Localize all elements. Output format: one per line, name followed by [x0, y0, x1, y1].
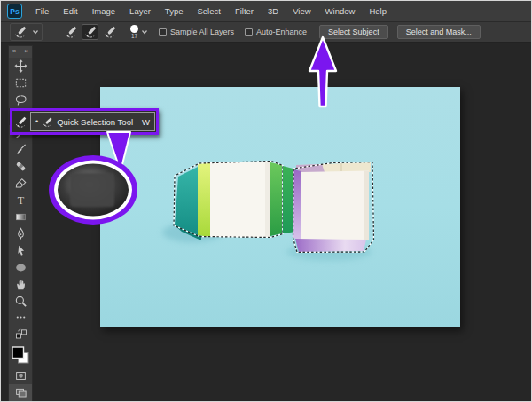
brush-size-value: 17 [131, 34, 137, 40]
tool-shortcut-label: W [137, 117, 150, 127]
select-and-mask-button[interactable]: Select and Mask... [397, 25, 481, 39]
options-bar: 17 Sample All Layers Auto-Enhance Select… [1, 22, 532, 43]
tool-preset-picker[interactable] [10, 23, 43, 41]
tool-name-label: Quick Selection Tool [57, 117, 133, 127]
brush-preview-dot [130, 25, 138, 33]
tool-quick-mask-mode[interactable] [9, 367, 32, 384]
auto-enhance-option[interactable]: Auto-Enhance [245, 28, 307, 36]
menu-filter[interactable]: Filter [228, 1, 261, 22]
tools-panel-header: » × [9, 46, 32, 58]
tool-move[interactable] [9, 58, 32, 75]
menu-help[interactable]: Help [362, 1, 394, 22]
direct-selection-icon [14, 244, 27, 257]
spot-healing-brush-icon [14, 160, 27, 173]
quick-selection-icon [14, 115, 27, 129]
chevron-down-icon [32, 28, 39, 35]
lasso-icon [14, 93, 27, 106]
menu-3d[interactable]: 3D [261, 1, 286, 22]
left-notepad [174, 162, 283, 241]
pen-icon [14, 227, 27, 240]
new-selection-button[interactable] [62, 24, 79, 40]
sample-all-layers-checkbox[interactable] [159, 28, 167, 36]
sample-all-layers-option[interactable]: Sample All Layers [159, 28, 234, 36]
svg-text:T: T [17, 194, 24, 207]
tool-ellipse-shape[interactable] [9, 259, 32, 276]
tool-pen[interactable] [9, 225, 32, 242]
swap-colors-icon [14, 327, 27, 341]
photoshop-window: Ps File Edit Image Layer Type Select Fil… [0, 0, 532, 402]
tool-screen-mode[interactable] [9, 384, 32, 401]
type-tool-icon: T [14, 193, 27, 207]
menu-type[interactable]: Type [158, 1, 191, 22]
subtract-from-selection-icon [103, 25, 117, 39]
add-to-selection-button[interactable] [82, 24, 98, 40]
brush-size-indicator[interactable]: 17 [130, 25, 138, 40]
rectangular-marquee-icon [14, 76, 27, 90]
tool-foreground-background-colors[interactable] [9, 343, 32, 367]
menu-image[interactable]: Image [85, 1, 122, 22]
tool-lasso[interactable] [9, 91, 32, 108]
tool-zoom[interactable] [9, 293, 32, 310]
tool-edit-toolbar[interactable] [9, 310, 32, 327]
menu-layer[interactable]: Layer [122, 1, 158, 22]
ellipse-shape-icon [14, 261, 27, 274]
magnifier-bubble [36, 129, 153, 232]
menu-edit[interactable]: Edit [56, 1, 84, 22]
tool-hand[interactable] [9, 276, 32, 293]
brush-icon [14, 143, 27, 156]
sample-all-layers-label: Sample All Layers [170, 28, 234, 36]
auto-enhance-label: Auto-Enhance [256, 28, 307, 36]
add-to-selection-icon [83, 25, 98, 39]
toolbar-quick-selection-button[interactable] [12, 111, 30, 132]
tool-eraser[interactable] [9, 175, 32, 192]
subtract-from-selection-button[interactable] [101, 24, 118, 40]
tool-type[interactable]: T [9, 192, 32, 209]
tool-rectangular-marquee[interactable] [9, 75, 32, 91]
move-icon [14, 59, 27, 73]
menu-window[interactable]: Window [318, 1, 363, 22]
tool-swap-colors[interactable] [9, 326, 32, 343]
menu-view[interactable]: View [286, 1, 317, 22]
quick-selection-icon [42, 116, 53, 128]
ellipsis-icon [14, 311, 27, 324]
new-selection-icon [64, 25, 78, 39]
tool-brush[interactable] [9, 141, 32, 158]
menu-file[interactable]: File [28, 1, 56, 22]
menu-select[interactable]: Select [190, 1, 227, 22]
foreground-background-colors-icon [11, 345, 30, 365]
tools-panel: » × [8, 45, 33, 402]
gradient-icon [14, 210, 27, 224]
zoom-icon [14, 295, 27, 308]
quick-mask-mode-icon [14, 369, 27, 382]
select-subject-arrow [303, 35, 342, 111]
selection-mode-group [62, 24, 118, 40]
eraser-icon [14, 177, 27, 190]
menu-bar: Ps File Edit Image Layer Type Select Fil… [1, 1, 532, 22]
right-notepad [283, 162, 374, 253]
quick-selection-icon [13, 25, 27, 39]
screen-mode-icon [14, 386, 27, 399]
brush-options-chevron-icon[interactable] [141, 28, 148, 35]
auto-enhance-checkbox[interactable] [245, 28, 253, 36]
active-tool-bullet: • [35, 117, 38, 126]
tool-gradient[interactable] [9, 209, 32, 225]
tool-spot-healing-brush[interactable] [9, 158, 32, 175]
tool-direct-selection[interactable] [9, 242, 32, 259]
hand-icon [14, 278, 27, 291]
photoshop-logo-icon[interactable]: Ps [7, 4, 22, 19]
close-panel-icon[interactable]: × [24, 48, 28, 55]
collapse-panel-icon[interactable]: » [12, 48, 16, 55]
